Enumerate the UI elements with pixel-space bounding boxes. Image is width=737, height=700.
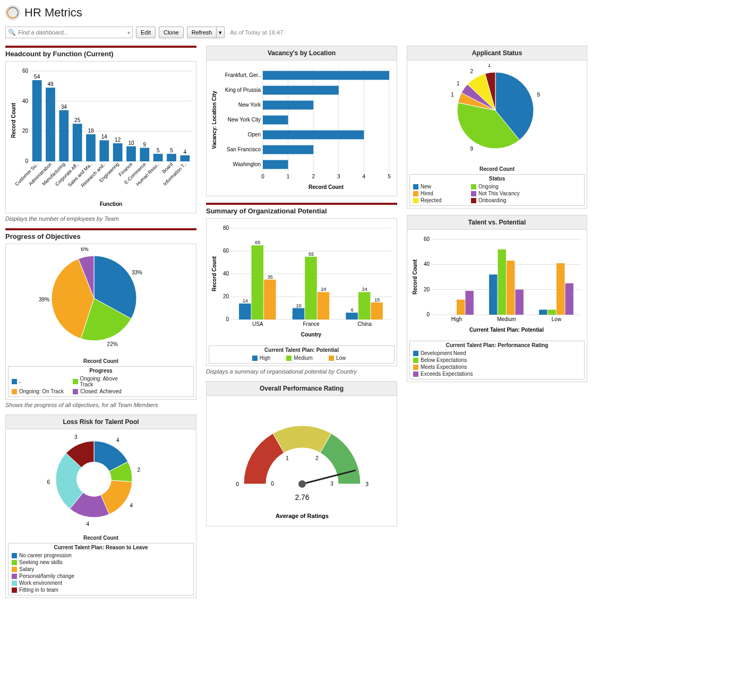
- svg-text:49: 49: [47, 81, 54, 87]
- legend-item: Meets Expectations: [413, 364, 494, 370]
- svg-rect-146: [507, 261, 515, 315]
- toolbar: 🔍 ▾ Edit Clone Refresh ▾ As of Today at …: [5, 27, 732, 38]
- svg-text:18: 18: [88, 128, 94, 134]
- svg-text:King of Prussia: King of Prussia: [225, 87, 261, 93]
- lossrisk-legend: Current Talent Plan: Reason to Leave No …: [8, 543, 194, 595]
- svg-text:4: 4: [184, 149, 187, 155]
- svg-text:France: France: [303, 321, 320, 327]
- svg-rect-147: [515, 290, 523, 315]
- svg-text:9: 9: [470, 146, 474, 152]
- svg-text:USA: USA: [252, 321, 263, 327]
- svg-rect-149: [539, 310, 547, 315]
- svg-text:Record Count: Record Count: [211, 256, 217, 291]
- svg-rect-112: [371, 303, 382, 319]
- svg-text:Current Talent Plan: Potential: Current Talent Plan: Potential: [469, 327, 544, 333]
- section-title-objectives: Progress of Objectives: [5, 232, 196, 240]
- legend-label: Meets Expectations: [421, 364, 467, 370]
- vacancies-chart[interactable]: 012345Frankfurt, Ger..King of PrussiaNew…: [207, 61, 397, 196]
- svg-rect-76: [263, 131, 364, 140]
- legend-label: Ongoing: [478, 184, 499, 189]
- headcount-chart[interactable]: 020406054Customer Su..49Administration34…: [6, 62, 196, 213]
- legend-label: No career progression: [19, 552, 72, 558]
- svg-text:2: 2: [470, 68, 474, 74]
- refresh-dropdown[interactable]: ▾: [217, 27, 225, 38]
- svg-text:3: 3: [74, 434, 78, 440]
- lossrisk-chart[interactable]: 424463: [6, 429, 196, 535]
- svg-text:35: 35: [268, 274, 273, 280]
- objectives-caption: Shows the progress of all objectives, fo…: [5, 402, 196, 408]
- legend-item: Ongoing: Above Track: [73, 376, 128, 387]
- svg-text:20: 20: [223, 293, 229, 299]
- talentpotential-chart[interactable]: 0204060HighMediumLowRecord CountCurrent …: [407, 230, 587, 339]
- svg-text:14: 14: [101, 134, 108, 140]
- svg-text:2: 2: [137, 467, 140, 473]
- legend-swatch: [413, 191, 418, 196]
- search-input[interactable]: [18, 29, 127, 36]
- svg-text:5: 5: [388, 174, 391, 179]
- legend-item: Not This Vacancy: [471, 191, 524, 196]
- svg-rect-152: [565, 283, 573, 315]
- legend-label: High: [260, 355, 271, 361]
- panel-title-lossrisk: Loss Risk for Talent Pool: [6, 415, 196, 429]
- svg-rect-101: [293, 308, 304, 320]
- panel-title-overallperf: Overall Performance Rating: [207, 382, 397, 396]
- legend-title: Progress: [8, 367, 193, 375]
- legend-item: Seeking new skills: [12, 559, 97, 565]
- svg-text:3: 3: [337, 174, 340, 179]
- edit-button[interactable]: Edit: [136, 27, 156, 38]
- svg-rect-110: [358, 292, 370, 319]
- objectives-chart[interactable]: 33%22%39%6%: [6, 244, 196, 358]
- svg-text:40: 40: [223, 271, 229, 276]
- legend-item: Development Need: [413, 350, 494, 356]
- overallperf-chart[interactable]: 0123032.76Average of Ratings: [207, 396, 397, 526]
- legend-item: Rejected: [413, 197, 466, 203]
- objectives-legend: Progress -Ongoing: Above TrackOngoing: O…: [8, 366, 194, 397]
- legend-item: High: [252, 355, 271, 361]
- legend-title: Current Talent Plan: Reason to Leave: [8, 543, 193, 551]
- svg-rect-72: [263, 101, 313, 110]
- applicant-panel: Applicant Status 991121 Record Count Sta…: [407, 46, 587, 209]
- svg-text:80: 80: [223, 225, 229, 231]
- svg-text:0: 0: [426, 312, 430, 317]
- svg-text:5: 5: [157, 148, 160, 153]
- legend-label: Rejected: [421, 197, 441, 203]
- legend-swatch: [12, 587, 17, 593]
- legend-label: New: [421, 184, 431, 189]
- panel-title-vacancies: Vacancy's by Location: [207, 46, 397, 61]
- talentpotential-panel: Talent vs. Potential 0204060HighMediumLo…: [407, 215, 587, 382]
- svg-rect-142: [465, 291, 473, 315]
- legend-label: Seeking new skills: [19, 559, 63, 565]
- vacancies-panel: Vacancy's by Location 012345Frankfurt, G…: [206, 46, 397, 196]
- section-divider: [5, 228, 196, 230]
- dashboard-search[interactable]: 🔍 ▾: [5, 27, 133, 38]
- headcount-caption: Displays the number of employees by Team: [5, 215, 196, 222]
- svg-text:High: High: [451, 316, 462, 322]
- applicant-section: Applicant Status 991121 Record Count Sta…: [407, 46, 587, 209]
- orgpotential-section: Summary of Organizational Potential 0204…: [206, 203, 397, 375]
- svg-rect-94: [239, 304, 251, 319]
- orgpotential-chart[interactable]: 020406080146535USA105524France62415China…: [207, 219, 397, 343]
- lossrisk-value-label: Record Count: [6, 535, 196, 541]
- svg-text:10: 10: [296, 303, 302, 308]
- legend-label: Fitting in to team: [19, 587, 58, 593]
- svg-text:San Francisco: San Francisco: [227, 146, 261, 152]
- refresh-button[interactable]: Refresh: [187, 27, 217, 38]
- svg-rect-11: [46, 88, 55, 161]
- svg-text:2: 2: [315, 455, 319, 461]
- svg-text:4: 4: [116, 437, 119, 443]
- svg-text:33%: 33%: [132, 270, 142, 275]
- svg-text:0: 0: [261, 174, 264, 179]
- svg-text:0: 0: [25, 158, 28, 164]
- svg-text:Frankfurt, Ger..: Frankfurt, Ger..: [225, 72, 261, 78]
- legend-swatch: [12, 581, 17, 586]
- svg-text:3: 3: [330, 481, 333, 487]
- svg-rect-145: [498, 249, 506, 315]
- svg-text:1: 1: [488, 64, 491, 68]
- svg-rect-74: [263, 116, 288, 125]
- applicant-chart[interactable]: 991121: [407, 61, 587, 166]
- legend-item: Fitting in to team: [12, 587, 97, 593]
- dropdown-arrow-icon[interactable]: ▾: [127, 30, 130, 36]
- clone-button[interactable]: Clone: [159, 27, 184, 38]
- svg-rect-29: [126, 146, 136, 161]
- svg-text:40: 40: [22, 98, 29, 104]
